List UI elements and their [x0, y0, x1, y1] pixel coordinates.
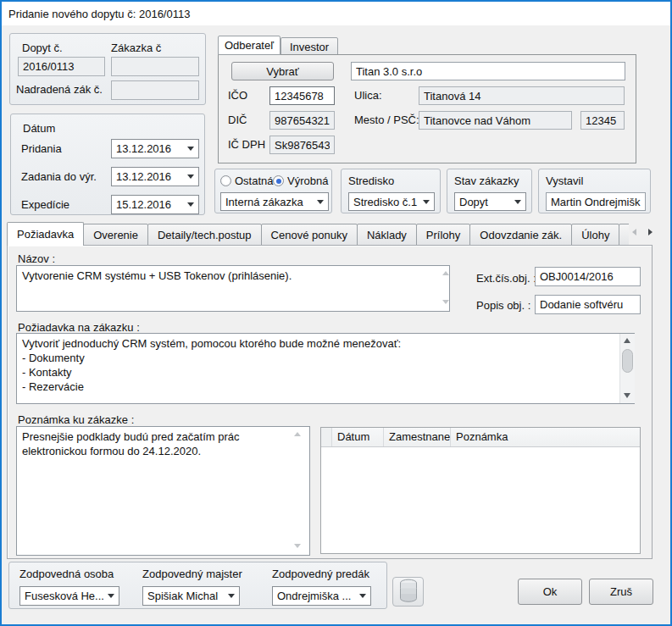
tab-prilohy[interactable]: Prílohy: [416, 224, 470, 246]
vystavil-group: Vystavil: [538, 169, 651, 213]
tab-overenie[interactable]: Overenie: [83, 224, 148, 246]
responsible-group: Zodpovedná osoba Zodpovedný majster Zodp…: [8, 562, 387, 609]
tab-znalosti[interactable]: Znalost: [619, 224, 629, 246]
radio-ostatna[interactable]: Ostatná: [220, 175, 274, 187]
stav-group: Stav zákazky Dopyt: [447, 169, 532, 213]
date-group-title: Dátum: [23, 122, 55, 135]
column-header-poznamka[interactable]: Poznámka: [451, 428, 640, 446]
icdph-field[interactable]: [269, 136, 335, 154]
ico-field[interactable]: [269, 86, 335, 105]
chevron-down-icon: [228, 594, 235, 598]
icdph-label: IČ DPH: [228, 138, 265, 151]
ok-button[interactable]: Ok: [518, 579, 582, 605]
popis-obj-field[interactable]: [535, 295, 641, 314]
majster-dropdown[interactable]: Spišiak Michal: [142, 586, 240, 606]
pridania-date-value: 13.12.2016: [116, 142, 184, 155]
ext-cis-obj-field[interactable]: [535, 267, 641, 286]
predak-dropdown[interactable]: Ondrejmiška ...: [272, 586, 371, 606]
osoba-dropdown[interactable]: Fusesková He...: [19, 586, 119, 606]
vystavil-title: Vystavil: [546, 175, 583, 187]
chevron-down-icon: [187, 175, 194, 179]
notes-table-header: Dátum Zamestnanec Poznámka: [321, 428, 640, 447]
zadania-date-dropdown[interactable]: 13.12.2016: [111, 167, 199, 186]
tab-naklady[interactable]: Náklady: [357, 224, 417, 246]
nadradena-field[interactable]: [111, 80, 199, 100]
stav-dropdown[interactable]: Dopyt: [454, 192, 526, 211]
pridania-label: Pridania: [21, 142, 62, 155]
dopyt-number-field[interactable]: [18, 57, 105, 76]
tab-scroll-right-icon[interactable]: [648, 229, 653, 235]
dopyt-label: Dopyt č.: [22, 42, 63, 54]
vybrat-button[interactable]: Vybrať: [231, 62, 334, 80]
dic-field[interactable]: [269, 111, 335, 130]
scrollbar[interactable]: [619, 334, 635, 403]
chevron-down-icon: [317, 200, 324, 204]
company-field[interactable]: [351, 62, 625, 80]
order-numbers-group: Dopyt č. Zákazka č Nadradená zák č.: [9, 33, 206, 105]
vystavil-field[interactable]: [546, 192, 646, 211]
zadania-date-value: 13.12.2016: [116, 170, 184, 183]
stredisko-value: Stredisko č.1: [353, 196, 419, 208]
nazov-label: Názov :: [18, 252, 55, 265]
scrollbar-thumb[interactable]: [622, 349, 633, 373]
radio-vyrobna[interactable]: Výrobná: [273, 175, 328, 187]
popis-obj-label: Popis obj. :: [476, 299, 530, 312]
radio-circle-selected-icon: [273, 175, 284, 186]
stav-title: Stav zákazky: [454, 175, 519, 187]
tab-scroll-left-icon: [632, 229, 636, 235]
window-title: Pridanie nového dopytu č: 2016/0113: [8, 8, 190, 20]
tab-odberatel[interactable]: Odberateľ: [218, 36, 280, 55]
expedicie-date-dropdown[interactable]: 15.12.2016: [111, 195, 199, 214]
date-group: Dátum Pridania 13.12.2016 Zadania do výr…: [10, 114, 205, 215]
tab-cenove-ponuky[interactable]: Cenové ponuky: [261, 224, 358, 246]
stredisko-group: Stredisko Stredisko č.1: [341, 169, 441, 213]
chevron-down-icon: [187, 147, 194, 151]
psc-field[interactable]: [580, 111, 625, 130]
cancel-button[interactable]: Zruš: [589, 579, 653, 605]
database-button[interactable]: [392, 577, 424, 607]
nazov-textarea[interactable]: Vytvorenie CRM systému + USB Tokenov (pr…: [16, 265, 450, 312]
chevron-down-icon: [187, 202, 194, 207]
stredisko-title: Stredisko: [348, 175, 394, 187]
tab-investor[interactable]: Investor: [280, 37, 338, 55]
dic-label: DIČ: [228, 114, 247, 126]
mesto-field[interactable]: [419, 111, 572, 130]
radio-circle-icon: [220, 175, 231, 186]
row-selector-column[interactable]: [321, 428, 332, 446]
stredisko-dropdown[interactable]: Stredisko č.1: [348, 192, 435, 211]
tab-odovzdanie[interactable]: Odovzdanie zák.: [469, 224, 572, 246]
poziadavka-panel: Názov : Vytvorenie CRM systému + USB Tok…: [7, 245, 653, 559]
zakazka-label: Zákazka č: [111, 42, 161, 54]
chevron-down-icon: [423, 200, 430, 204]
scroll-down-icon[interactable]: [442, 300, 449, 304]
osoba-label: Zodpovedná osoba: [19, 568, 114, 580]
zakazka-number-field[interactable]: [111, 57, 199, 76]
radio-vyrobna-label: Výrobná: [287, 175, 328, 187]
column-header-datum[interactable]: Dátum: [332, 428, 384, 446]
pridania-date-dropdown[interactable]: 13.12.2016: [111, 139, 199, 158]
ulica-field[interactable]: [419, 86, 625, 105]
scroll-up-icon[interactable]: [624, 338, 630, 343]
customer-panel: Vybrať IČO Ulica: DIČ Mesto / PSČ: IČ DP…: [218, 54, 636, 163]
order-type-dropdown[interactable]: Interná zákazka: [220, 192, 329, 211]
scroll-down-icon[interactable]: [294, 544, 301, 548]
scroll-up-icon[interactable]: [442, 271, 449, 275]
osoba-value: Fusesková He...: [25, 590, 104, 602]
title-bar: Pridanie nového dopytu č: 2016/0113: [2, 2, 670, 25]
stav-value: Dopyt: [459, 196, 511, 208]
chevron-down-icon: [108, 594, 114, 598]
column-header-zamestnanec[interactable]: Zamestnanec: [384, 428, 451, 446]
zadania-label: Zadania do výr.: [21, 170, 97, 183]
radio-ostatna-label: Ostatná: [235, 175, 274, 187]
tab-detaily[interactable]: Detaily/tech.postup: [147, 224, 262, 246]
tab-ulohy[interactable]: Úlohy: [571, 224, 619, 246]
poznamka-textarea[interactable]: Presnejšie podklady budú pred začatím pr…: [16, 426, 310, 556]
scroll-up-icon[interactable]: [294, 432, 301, 436]
ext-cis-obj-label: Ext.čís.obj. :: [476, 272, 536, 285]
tab-poziadavka[interactable]: Požiadavka: [7, 222, 84, 246]
ico-label: IČO: [228, 89, 247, 102]
poziadavka-textarea[interactable]: Vytvoriť jednoduchý CRM systém, pomocou …: [16, 333, 635, 404]
ulica-label: Ulica:: [354, 89, 382, 102]
scroll-down-icon[interactable]: [624, 393, 630, 398]
main-tab-strip: Požiadavka Overenie Detaily/tech.postup …: [7, 222, 629, 246]
